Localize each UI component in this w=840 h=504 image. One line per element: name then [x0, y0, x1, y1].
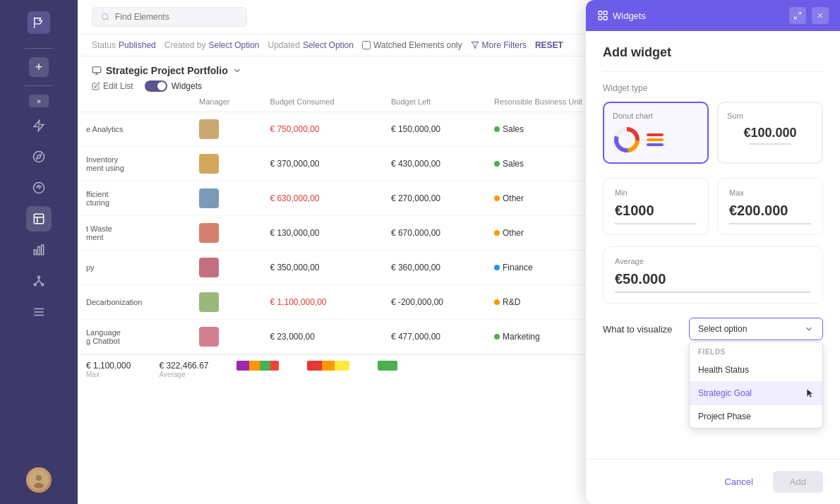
dropdown-menu: FIELDS Health Status Strategic Goal	[689, 342, 823, 428]
panel-footer: Cancel Add	[586, 459, 840, 504]
created-value[interactable]: Select Option	[208, 40, 259, 50]
budget-left: € 430,000,00	[383, 147, 486, 181]
widget-type-label: Widget type	[603, 83, 823, 93]
panel-resize-button[interactable]	[789, 7, 806, 24]
svg-point-17	[102, 14, 108, 20]
visualize-label: What to visualize	[603, 324, 672, 335]
svg-line-25	[795, 16, 798, 19]
more-filters-button[interactable]: More Filters	[471, 40, 527, 50]
legend-item-2	[647, 138, 664, 141]
sum-card-title: Sum	[727, 112, 813, 120]
total-label: Max	[86, 371, 131, 378]
average-line	[615, 292, 811, 293]
col-budget-left: Budget Left	[383, 92, 486, 112]
donut-preview	[613, 126, 699, 154]
widgets-icon	[597, 10, 608, 21]
manager-avatar	[199, 327, 219, 347]
created-filter: Created by Select Option	[164, 40, 260, 50]
average-label: Average	[615, 257, 811, 265]
svg-point-15	[36, 475, 42, 481]
status-value[interactable]: Published	[119, 40, 156, 50]
dropdown-item-strategic[interactable]: Strategic Goal	[690, 381, 822, 405]
sidebar-add-button[interactable]: +	[29, 57, 49, 77]
svg-rect-22	[599, 16, 602, 20]
manager-cell	[191, 147, 261, 181]
project-name: py	[78, 251, 191, 285]
add-button[interactable]: Add	[773, 471, 823, 493]
project-name: Languageg Chatbot	[78, 320, 191, 354]
updated-value[interactable]: Select Option	[303, 40, 354, 50]
svg-rect-23	[604, 16, 607, 20]
sidebar-item-table[interactable]	[26, 206, 52, 232]
budget-left: € 477,000,00	[383, 320, 486, 354]
divider-1	[603, 71, 823, 72]
status-filter: Status Published	[92, 40, 156, 50]
app-container: + »	[0, 0, 840, 504]
col-budget-consumed: Budget Consumed	[261, 92, 383, 112]
sidebar-item-network[interactable]	[26, 268, 52, 294]
search-bar[interactable]	[92, 7, 247, 27]
panel-close-button[interactable]	[812, 7, 829, 24]
manager-cell	[191, 251, 261, 285]
widget-panel-title-group: Widgets	[597, 10, 646, 21]
sidebar: + »	[0, 0, 78, 504]
widget-panel: Widgets	[586, 0, 840, 504]
max-value: €200.000	[729, 203, 811, 219]
sidebar-item-chart[interactable]	[26, 237, 52, 263]
budget-consumed: € 750,000,00	[261, 112, 383, 147]
average-label: Average	[159, 371, 208, 378]
budget-left: € 670,000,00	[383, 216, 486, 251]
svg-rect-4	[34, 214, 44, 224]
search-input[interactable]	[115, 12, 238, 22]
widget-card-donut[interactable]: Donut chart	[603, 102, 709, 164]
dropdown-item-health-label: Health Status	[698, 365, 749, 375]
dropdown-trigger[interactable]: Select option	[689, 318, 823, 340]
flag-icon	[32, 16, 45, 29]
dropdown-placeholder: Select option	[698, 324, 747, 334]
budget-left: € 360,000,00	[383, 251, 486, 285]
sidebar-item-refresh[interactable]	[26, 175, 52, 200]
widgets-toggle[interactable]: Widgets	[145, 80, 202, 92]
watched-filter[interactable]: Watched Elements only	[362, 40, 462, 50]
sidebar-user-avatar[interactable]	[26, 467, 52, 493]
svg-marker-0	[34, 121, 44, 131]
sidebar-item-settings[interactable]	[26, 299, 52, 325]
donut-legend	[647, 133, 664, 146]
watched-label: Watched Elements only	[373, 40, 462, 50]
manager-cell	[191, 112, 261, 147]
watched-checkbox-input[interactable]	[362, 41, 371, 49]
svg-rect-6	[38, 247, 40, 255]
legend-item-1	[647, 133, 664, 136]
search-icon	[101, 13, 109, 21]
stat-card-average: Average €50.000	[603, 246, 823, 304]
legend-item-3	[647, 143, 664, 146]
budget-consumed: € 370,000,00	[261, 147, 383, 181]
toggle-switch[interactable]	[145, 80, 167, 92]
project-name: Inventoryment using	[78, 147, 191, 181]
widget-types-row: Donut chart	[603, 102, 823, 164]
max-label: Max	[729, 188, 811, 197]
budget-consumed: € 1,100,000,00	[261, 285, 383, 320]
sidebar-logo	[28, 11, 50, 34]
budget-consumed: € 23,000,00	[261, 320, 383, 354]
edit-list-button[interactable]: Edit List	[92, 81, 133, 91]
sidebar-item-compass[interactable]	[26, 144, 52, 169]
manager-avatar	[199, 119, 219, 139]
min-label: Min	[615, 188, 697, 197]
dropdown-item-strategic-label: Strategic Goal	[698, 388, 752, 398]
total-value: € 1,100,000	[86, 361, 131, 371]
reset-button[interactable]: RESET	[535, 40, 563, 50]
sidebar-item-lightning[interactable]	[26, 113, 52, 138]
sum-line	[749, 143, 791, 145]
manager-avatar	[199, 258, 219, 277]
widget-card-sum[interactable]: Sum €100.000	[717, 102, 823, 164]
budget-consumed: € 630,000,00	[261, 181, 383, 216]
dropdown-item-health[interactable]: Health Status	[690, 359, 822, 381]
cancel-button[interactable]: Cancel	[713, 471, 764, 493]
manager-avatar	[199, 223, 219, 243]
manager-cell	[191, 285, 261, 320]
dropdown-container: Select option FIELDS Health Status Strat…	[689, 318, 823, 340]
dropdown-item-phase[interactable]: Project Phase	[690, 405, 822, 428]
sidebar-expand-button[interactable]: »	[29, 95, 49, 107]
sidebar-divider-2	[25, 85, 53, 86]
